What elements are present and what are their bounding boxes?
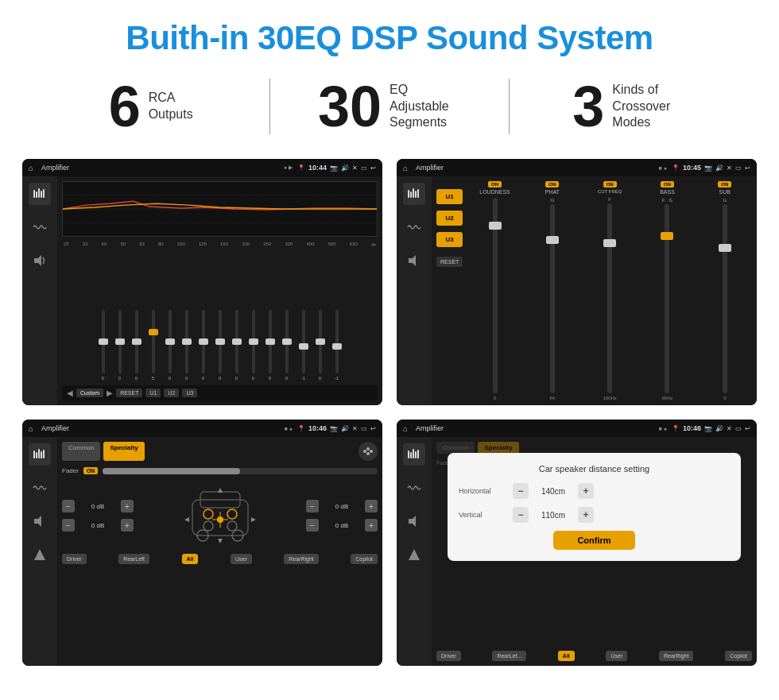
ch-on-phat[interactable]: ON	[545, 181, 559, 188]
u2-btn[interactable]: U2	[436, 211, 463, 226]
eq-slider-12[interactable]: -1	[296, 310, 311, 381]
eq-slider-0[interactable]: 0	[96, 310, 110, 381]
speaker-icon-3[interactable]	[29, 510, 51, 532]
eq-icon-2[interactable]	[403, 183, 425, 205]
u2-btn-eq[interactable]: U2	[164, 389, 179, 397]
speaker-icon-2[interactable]	[403, 249, 425, 272]
eq-slider-13[interactable]: 0	[313, 310, 327, 381]
ch-slider-bass[interactable]	[665, 204, 669, 393]
app-name-4: Amplifier	[416, 424, 654, 432]
back-icon-1[interactable]: ↩	[370, 164, 376, 172]
driver-btn-4[interactable]: Driver	[436, 651, 461, 661]
u1-btn[interactable]: U1	[436, 189, 463, 204]
back-icon-2[interactable]: ↩	[745, 164, 750, 172]
ch-slider-loudness[interactable]	[493, 198, 498, 393]
user-btn-4[interactable]: User	[606, 651, 627, 661]
vol-fr-plus[interactable]: +	[365, 500, 378, 512]
vertical-minus-btn[interactable]: −	[513, 507, 529, 523]
driver-btn[interactable]: Driver	[62, 554, 87, 564]
fader-slider[interactable]	[103, 468, 378, 474]
freq-125: 125	[199, 242, 207, 247]
copilot-btn[interactable]: Copilot	[351, 554, 378, 564]
confirm-button[interactable]: Confirm	[553, 531, 634, 550]
home-icon-4[interactable]: ⌂	[403, 424, 408, 433]
left-sidebar-1	[22, 176, 57, 405]
eq-slider-14[interactable]: -1	[330, 310, 344, 381]
svg-marker-5	[34, 255, 41, 266]
eq-slider-1[interactable]: 0	[113, 310, 127, 381]
screen-crossover: ⌂ Amplifier ■ ● 📍 10:45 📷 🔊 ✕ ▭ ↩	[397, 159, 757, 405]
all-btn-4[interactable]: All	[558, 651, 575, 661]
vol-rl-plus[interactable]: +	[121, 519, 134, 532]
eq-icon-4[interactable]	[403, 443, 425, 466]
eq-icon[interactable]	[29, 183, 51, 205]
rearleft-btn[interactable]: RearLeft	[118, 554, 149, 564]
vol-fr-minus[interactable]: −	[306, 500, 319, 512]
wave-icon-3[interactable]	[29, 477, 51, 499]
horizontal-minus-btn[interactable]: −	[513, 483, 529, 499]
rearright-btn-4[interactable]: RearRight	[659, 651, 694, 661]
rearright-btn[interactable]: RearRight	[284, 554, 319, 564]
vol-rr-minus[interactable]: −	[306, 519, 319, 532]
vol-rl-minus[interactable]: −	[62, 519, 75, 532]
eq-slider-6[interactable]: 0	[196, 310, 211, 381]
u3-btn-eq[interactable]: U3	[182, 389, 197, 397]
eq-slider-10[interactable]: 0	[263, 310, 277, 381]
horizontal-plus-btn[interactable]: +	[578, 483, 594, 499]
home-icon-2[interactable]: ⌂	[403, 164, 408, 172]
rearleft-btn-4[interactable]: RearLef...	[492, 651, 526, 661]
eq-slider-3[interactable]: 5	[146, 310, 161, 381]
ch-on-loudness[interactable]: ON	[488, 181, 502, 188]
ch-sub: ON SUB G 0	[698, 181, 752, 400]
user-btn[interactable]: User	[231, 554, 252, 564]
screenshots-grid: ⌂ Amplifier ● ▶ 📍 10:44 📷 🔊 ✕ ▭ ↩	[0, 151, 779, 682]
tab-common[interactable]: Common	[62, 442, 100, 461]
eq-slider-8[interactable]: 0	[230, 310, 244, 381]
eq-slider-7[interactable]: 0	[213, 310, 227, 381]
copilot-btn-4[interactable]: Copilot	[725, 651, 752, 661]
fader-on-badge[interactable]: ON	[83, 467, 99, 474]
wave-icon[interactable]	[29, 216, 51, 238]
back-icon-4[interactable]: ↩	[745, 425, 750, 432]
ch-slider-phat[interactable]	[550, 204, 555, 393]
ch-slider-cutfreq[interactable]	[607, 203, 612, 393]
ch-on-bass[interactable]: ON	[661, 181, 674, 188]
vol-rr-plus[interactable]: +	[365, 519, 378, 532]
back-icon-3[interactable]: ↩	[370, 425, 376, 432]
ch-on-sub[interactable]: ON	[718, 181, 731, 188]
tab-specialty[interactable]: Specialty	[103, 442, 144, 461]
vertical-plus-btn[interactable]: +	[578, 507, 594, 523]
vol-fl-minus[interactable]: −	[62, 500, 75, 512]
ch-slider-sub[interactable]	[723, 204, 727, 393]
expand-icon-3[interactable]	[29, 543, 51, 566]
speaker-icon-4[interactable]	[403, 510, 425, 532]
svg-rect-17	[38, 449, 40, 458]
app-name-2: Amplifier	[416, 164, 654, 172]
u1-btn-eq[interactable]: U1	[145, 389, 161, 397]
home-icon-1[interactable]: ⌂	[29, 164, 33, 172]
eq-slider-5[interactable]: 0	[180, 310, 194, 381]
eq-slider-9[interactable]: 0	[246, 310, 261, 381]
prev-arrow[interactable]: ◀	[67, 389, 73, 397]
ch-on-cutfreq[interactable]: ON	[603, 181, 617, 188]
svg-rect-15	[33, 451, 35, 458]
reset-btn-cross[interactable]: RESET	[436, 257, 463, 267]
screen-dialog: ⌂ Amplifier ■ ● 📍 10:46 📷 🔊 ✕ ▭ ↩	[397, 420, 757, 666]
speaker-icon[interactable]	[29, 249, 51, 272]
next-arrow[interactable]: ▶	[107, 389, 113, 397]
dialog-content: Common Specialty Fader ON Car speaker di…	[432, 437, 757, 666]
vol-fl-plus[interactable]: +	[121, 500, 134, 512]
wave-icon-2[interactable]	[403, 216, 425, 238]
eq-slider-11[interactable]: 0	[280, 310, 294, 381]
eq-slider-4[interactable]: 0	[163, 310, 177, 381]
all-btn[interactable]: All	[182, 554, 199, 564]
eq-icon-3[interactable]	[29, 443, 51, 466]
home-icon-3[interactable]: ⌂	[29, 424, 33, 433]
custom-btn[interactable]: Custom	[76, 389, 103, 397]
eq-slider-2[interactable]: 0	[130, 310, 144, 381]
stats-row: 6 RCA Outputs 30 EQ Adjustable Segments …	[0, 70, 779, 151]
expand-icon-4[interactable]	[403, 543, 425, 566]
reset-btn-eq[interactable]: RESET	[116, 389, 142, 397]
u3-btn[interactable]: U3	[436, 232, 463, 247]
wave-icon-4[interactable]	[403, 477, 425, 499]
